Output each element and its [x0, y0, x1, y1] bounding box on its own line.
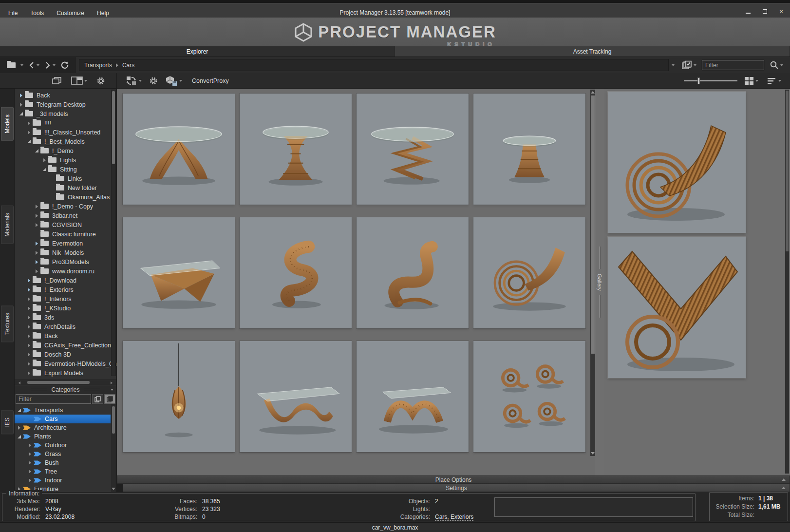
category-item-indoor[interactable]: Indoor: [15, 476, 111, 485]
categories-header[interactable]: Categories: [15, 385, 116, 394]
expand-arrow-icon[interactable]: [17, 435, 21, 438]
collapse-arrow-icon[interactable]: [26, 297, 31, 301]
category-copy-button[interactable]: [92, 394, 103, 404]
collapse-arrow-icon[interactable]: [26, 306, 31, 310]
collapse-arrow-icon[interactable]: [34, 205, 39, 209]
gallery-thumbnail-pendant-lamp[interactable]: [123, 341, 235, 452]
tree-horizontal-scrollbar[interactable]: [15, 380, 116, 385]
gallery-preview-lounge-closeup[interactable]: [608, 237, 746, 378]
collapse-arrow-icon[interactable]: [26, 131, 31, 134]
sidebar-tab-models[interactable]: Models: [1, 107, 14, 141]
collapse-arrow-icon[interactable]: [27, 461, 32, 465]
gallery-thumbnail-round-table-x[interactable]: [123, 94, 235, 205]
category-item-bush[interactable]: Bush: [15, 458, 111, 467]
collapse-arrow-icon[interactable]: [27, 452, 32, 456]
collapse-arrow-icon[interactable]: [42, 158, 47, 162]
tree-item[interactable]: Telegram Desktop: [15, 100, 111, 109]
tree-item[interactable]: !!!_Classic_Unsorted: [15, 128, 111, 137]
expand-arrow-icon[interactable]: [34, 149, 39, 152]
collapse-arrow-icon[interactable]: [26, 325, 31, 329]
tree-item[interactable]: Lights: [15, 155, 111, 165]
tab-explorer[interactable]: Explorer: [0, 46, 395, 57]
tree-item[interactable]: Nik_Models: [15, 248, 111, 257]
filter-input[interactable]: [702, 60, 764, 70]
gallery-thumbnail-side-table-twist[interactable]: [473, 94, 585, 205]
collapse-arrow-icon[interactable]: [27, 443, 32, 447]
tree-item[interactable]: !_Interiors: [15, 294, 111, 304]
filter-scope-button[interactable]: [679, 58, 698, 72]
tree-item[interactable]: !_KStudio: [15, 304, 111, 313]
gear-icon[interactable]: [149, 76, 158, 86]
collapse-arrow-icon[interactable]: [34, 223, 39, 227]
tree-item[interactable]: CGVISION: [15, 220, 111, 229]
maximize-button[interactable]: [760, 7, 770, 16]
proxy-export-button[interactable]: [163, 74, 184, 88]
breadcrumb-item-transports[interactable]: Transports: [84, 62, 112, 69]
tree-item[interactable]: !_Demo - Copy: [15, 202, 111, 211]
category-item-grass[interactable]: Grass: [15, 450, 111, 458]
tree-item[interactable]: New folder: [15, 183, 111, 192]
tree-item[interactable]: Evermotion-HDModels_Cars_: [15, 359, 111, 368]
collapse-arrow-icon[interactable]: [34, 260, 39, 264]
gallery-thumbnail-coffee-table-angular[interactable]: [123, 217, 235, 328]
place-options-rollout[interactable]: Place Options: [117, 475, 790, 484]
thumbnail-size-slider[interactable]: [684, 77, 737, 84]
gallery-splitter[interactable]: Gallery: [595, 89, 604, 475]
expand-arrow-icon[interactable]: [19, 112, 23, 115]
back-button[interactable]: [26, 59, 41, 71]
tree-item[interactable]: Evermotion: [15, 239, 111, 248]
tree-item[interactable]: ArchDetails: [15, 322, 111, 331]
minimize-button[interactable]: [743, 7, 753, 16]
expand-arrow-icon[interactable]: [17, 409, 21, 412]
layout-split-button[interactable]: [69, 75, 89, 87]
notes-field[interactable]: [494, 497, 693, 517]
category-item-outdoor[interactable]: Outdoor: [15, 441, 111, 450]
tab-asset-tracking[interactable]: Asset Tracking: [395, 46, 790, 57]
collapse-arrow-icon[interactable]: [26, 316, 31, 320]
collapse-arrow-icon[interactable]: [17, 426, 21, 430]
tree-item[interactable]: 3dbar.net: [15, 211, 111, 220]
tree-item[interactable]: CGAxis_Free_Collection: [15, 341, 111, 350]
category-item-cars[interactable]: Cars: [15, 415, 111, 423]
tree-item[interactable]: Sitting: [15, 165, 111, 174]
tree-item[interactable]: Back: [15, 331, 111, 341]
scroll-down-icon[interactable]: [591, 452, 595, 455]
scroll-down-icon[interactable]: [112, 488, 115, 490]
tree-item[interactable]: !_Exteriors: [15, 285, 111, 294]
sidebar-tab-ies[interactable]: IES: [1, 410, 14, 434]
scroll-right-icon[interactable]: [111, 381, 113, 384]
tree-item[interactable]: Pro3DModels: [15, 257, 111, 266]
forward-button[interactable]: [42, 59, 57, 71]
tree-item[interactable]: Okamura_Atlas: [15, 192, 111, 202]
expand-arrow-icon[interactable]: [26, 140, 31, 143]
tree-item[interactable]: Back: [15, 91, 111, 100]
grid-scrollbar[interactable]: [590, 90, 595, 456]
category-assign-button[interactable]: [104, 394, 115, 404]
breadcrumb-item-cars[interactable]: Cars: [122, 62, 134, 69]
collapse-arrow-icon[interactable]: [34, 251, 39, 255]
category-item-plants[interactable]: Plants: [15, 432, 111, 441]
categories-scrollbar[interactable]: [111, 404, 116, 492]
category-item-architecture[interactable]: Architecture: [15, 423, 111, 432]
collapse-arrow-icon[interactable]: [26, 343, 31, 347]
expand-arrow-icon[interactable]: [42, 168, 47, 171]
view-mode-button[interactable]: [742, 75, 760, 87]
tree-item[interactable]: 3ds: [15, 313, 111, 322]
collapse-arrow-icon[interactable]: [34, 269, 39, 273]
collapse-arrow-icon[interactable]: [26, 334, 31, 338]
collapse-arrow-icon[interactable]: [34, 242, 39, 246]
gallery-thumbnail-round-table-zigzag[interactable]: [357, 94, 469, 205]
categories-filter-input[interactable]: [16, 394, 91, 404]
collapse-arrow-icon[interactable]: [26, 353, 31, 357]
collapse-arrow-icon[interactable]: [26, 362, 31, 366]
tree-item[interactable]: !_Download: [15, 276, 111, 285]
convert-button[interactable]: [124, 74, 144, 88]
settings-rollout[interactable]: Settings: [123, 484, 790, 492]
sidebar-tab-textures[interactable]: Textures: [1, 305, 14, 342]
search-button[interactable]: [768, 58, 785, 72]
gallery-thumbnail-round-table-hourglass[interactable]: [240, 94, 352, 205]
collapse-arrow-icon[interactable]: [26, 279, 31, 283]
tree-item[interactable]: !_Demo: [15, 146, 111, 155]
gear-icon[interactable]: [96, 76, 106, 86]
gallery-thumbnail-coffee-table-w[interactable]: [357, 341, 469, 452]
